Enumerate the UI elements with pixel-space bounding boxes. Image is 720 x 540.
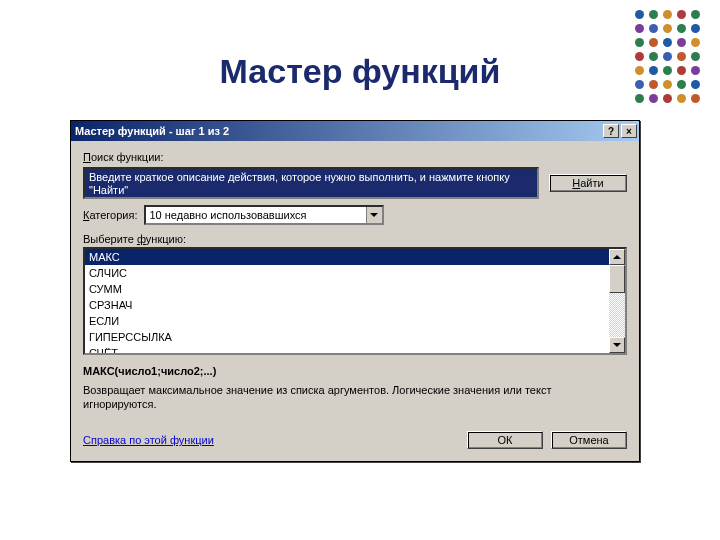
scrollbar[interactable]	[609, 249, 625, 353]
list-item[interactable]: МАКС	[85, 249, 609, 265]
help-link[interactable]: Справка по этой функции	[83, 434, 459, 446]
function-wizard-dialog: Мастер функций - шаг 1 из 2 ? × Поиск фу…	[70, 120, 640, 462]
list-item[interactable]: СЧЁТ	[85, 345, 609, 353]
list-item[interactable]: ЕСЛИ	[85, 313, 609, 329]
cancel-button[interactable]: Отмена	[551, 431, 627, 449]
scroll-track[interactable]	[609, 265, 625, 337]
dialog-title: Мастер функций - шаг 1 из 2	[75, 125, 601, 137]
chevron-down-icon	[613, 343, 621, 347]
scroll-up-button[interactable]	[609, 249, 625, 265]
help-button[interactable]: ?	[603, 124, 619, 138]
category-combobox[interactable]: 10 недавно использовавшихся	[144, 205, 384, 225]
close-button[interactable]: ×	[621, 124, 637, 138]
slide-title: Мастер функций	[0, 52, 720, 91]
select-function-label: Выберите функцию:	[83, 233, 627, 245]
find-button[interactable]: Найти	[549, 174, 627, 192]
function-syntax: МАКС(число1;число2;...)	[83, 365, 627, 377]
category-label: Категория:	[83, 209, 138, 221]
list-item[interactable]: СУММ	[85, 281, 609, 297]
list-item[interactable]: ГИПЕРССЫЛКА	[85, 329, 609, 345]
function-listbox[interactable]: МАКССЛЧИССУММСРЗНАЧЕСЛИГИПЕРССЫЛКАСЧЁТ	[83, 247, 627, 355]
scroll-thumb[interactable]	[609, 265, 625, 293]
list-item[interactable]: СРЗНАЧ	[85, 297, 609, 313]
chevron-down-icon	[370, 213, 378, 217]
titlebar: Мастер функций - шаг 1 из 2 ? ×	[71, 121, 639, 141]
search-label: Поиск функции:	[83, 151, 627, 163]
category-value: 10 недавно использовавшихся	[146, 207, 366, 223]
ok-button[interactable]: ОК	[467, 431, 543, 449]
list-item[interactable]: СЛЧИС	[85, 265, 609, 281]
combobox-dropdown-button[interactable]	[366, 207, 382, 223]
function-description: Возвращает максимальное значение из спис…	[83, 383, 627, 411]
scroll-down-button[interactable]	[609, 337, 625, 353]
chevron-up-icon	[613, 255, 621, 259]
search-input[interactable]: Введите краткое описание действия, котор…	[83, 167, 539, 199]
